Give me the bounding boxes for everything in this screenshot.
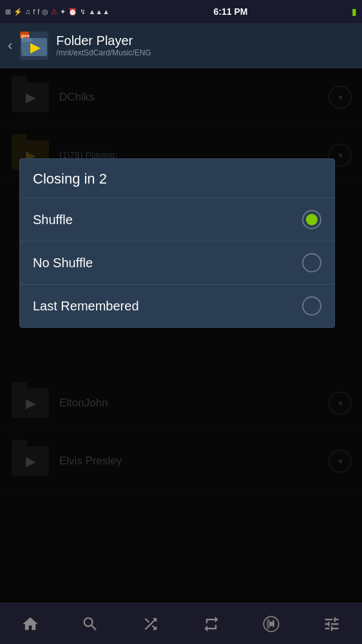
nav-home[interactable]: [14, 608, 46, 640]
dialog-title: Closing in 2: [33, 171, 107, 187]
warning-icon: ⚠: [51, 8, 57, 16]
app-icon: pro: [20, 32, 48, 60]
radio-last-remembered[interactable]: [302, 296, 321, 316]
nav-search[interactable]: [74, 608, 106, 640]
nav-equalizer[interactable]: [316, 608, 348, 640]
app-bar: ‹ pro Folder Player /mnt/extSdCard/Music…: [0, 23, 362, 68]
add-icon: ⊞: [5, 8, 11, 16]
status-bar: ⊞ ⚡ ♫ f f ◎ ⚠ ✦ ⏰ ↯ ▲▲▲ 6:11 PM ▮: [0, 0, 362, 23]
facebook-icon1: f: [33, 8, 35, 15]
bolt-icon: ↯: [80, 8, 86, 16]
shuffle-dialog: Closing in 2 Shuffle No Shuffle Last Rem…: [19, 158, 335, 328]
svg-text:pro: pro: [21, 33, 30, 39]
dialog-header: Closing in 2: [20, 159, 334, 198]
status-time: 6:11 PM: [214, 6, 248, 17]
status-icons-right: ▮: [352, 6, 357, 17]
equalizer-icon: [323, 615, 341, 633]
bluetooth-icon: ✦: [60, 8, 66, 16]
back-button[interactable]: ‹: [8, 37, 12, 54]
play-pause-icon: [262, 615, 280, 633]
target-icon: ◎: [42, 8, 48, 16]
app-logo-svg: pro: [20, 32, 48, 60]
alarm-icon: ⏰: [68, 8, 77, 16]
home-icon: [21, 615, 39, 633]
app-title: Folder Player: [56, 33, 354, 48]
nav-repeat[interactable]: [195, 608, 227, 640]
shuffle-icon: [142, 615, 160, 633]
signal-icon: ▲▲▲: [88, 8, 110, 15]
nav-shuffle[interactable]: [135, 608, 167, 640]
shuffle-label: Shuffle: [33, 213, 73, 227]
app-bar-text: Folder Player /mnt/extSdCard/Music/ENG: [56, 33, 354, 57]
dialog-option-shuffle[interactable]: Shuffle: [20, 198, 334, 242]
last-remembered-label: Last Remembered: [33, 299, 139, 314]
svg-rect-6: [273, 621, 274, 627]
radio-inner-shuffle: [306, 214, 318, 225]
dialog-overlay[interactable]: [0, 68, 362, 603]
usb-icon: ⚡: [14, 8, 23, 16]
nav-play-pause[interactable]: [255, 608, 287, 640]
repeat-icon: [202, 615, 220, 633]
music-icon: ♫: [25, 8, 30, 15]
app-subtitle: /mnt/extSdCard/Music/ENG: [56, 48, 354, 57]
dialog-option-last-remembered[interactable]: Last Remembered: [20, 285, 334, 327]
facebook-icon2: f: [37, 8, 39, 15]
dialog-option-no-shuffle[interactable]: No Shuffle: [20, 242, 334, 285]
bottom-nav: [0, 603, 362, 644]
main-content: ▶ DChiks ▾ ▶ (1\78) Playing: ▾ Closing i…: [0, 68, 362, 603]
radio-shuffle[interactable]: [302, 210, 321, 229]
status-icons-left: ⊞ ⚡ ♫ f f ◎ ⚠ ✦ ⏰ ↯ ▲▲▲: [5, 8, 110, 16]
radio-no-shuffle[interactable]: [302, 253, 321, 272]
search-icon: [81, 615, 99, 633]
battery-icon: ▮: [352, 6, 357, 17]
no-shuffle-label: No Shuffle: [33, 256, 93, 270]
